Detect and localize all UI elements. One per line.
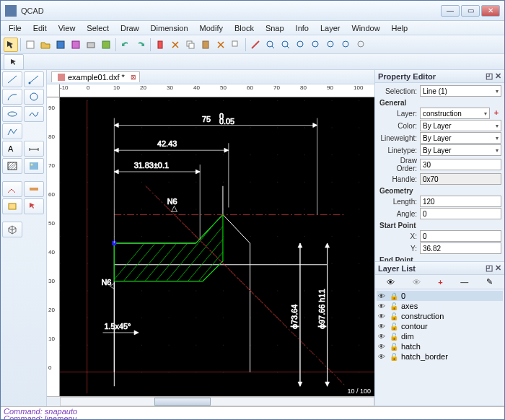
lock-icon[interactable]: 🔓 (390, 302, 398, 310)
menu-view[interactable]: View (53, 22, 81, 34)
polyline-tool[interactable] (2, 123, 22, 139)
menu-layer[interactable]: Layer (315, 22, 346, 34)
layer-row[interactable]: 👁🔓hatch_border (377, 351, 503, 362)
circle-tool[interactable] (24, 89, 44, 105)
ellipse-tool[interactable] (2, 106, 22, 122)
print-button[interactable] (84, 38, 98, 52)
modify-tool[interactable] (2, 181, 22, 197)
line-tool[interactable] (2, 71, 22, 87)
menu-window[interactable]: Window (346, 22, 385, 34)
menu-edit[interactable]: Edit (28, 22, 52, 34)
eye-icon[interactable]: 👁 (378, 292, 387, 300)
menu-dimension[interactable]: Dimension (146, 22, 193, 34)
image-tool[interactable] (24, 158, 44, 174)
undock-icon[interactable]: ◰ (486, 263, 493, 273)
3d-tool[interactable] (2, 222, 22, 237)
pan-button[interactable] (354, 38, 369, 52)
layer-combo[interactable]: construction (420, 108, 490, 119)
open-button[interactable] (38, 38, 53, 52)
lock-icon[interactable]: 🔒 (390, 292, 398, 300)
cut-ref-button[interactable] (214, 38, 228, 52)
show-all-icon[interactable]: 👁 (387, 278, 395, 286)
delete-button[interactable] (153, 38, 167, 52)
spline-tool[interactable] (24, 106, 44, 122)
start-y-field[interactable]: 36.82 (420, 242, 501, 254)
add-layer-button[interactable]: + (438, 278, 442, 286)
close-button[interactable]: ✕ (481, 5, 500, 17)
add-layer-icon[interactable]: + (491, 108, 501, 118)
angle-field[interactable]: 0 (420, 208, 501, 219)
eye-icon[interactable]: 👁 (378, 333, 387, 341)
menu-modify[interactable]: Modify (195, 22, 228, 34)
doc-tab[interactable]: example01.dxf * ⊠ (51, 71, 140, 82)
pointer-tool[interactable] (4, 38, 18, 52)
text-tool[interactable]: A (2, 141, 22, 157)
start-x-field[interactable]: 0 (420, 230, 501, 242)
eye-icon[interactable]: 👁 (378, 302, 387, 310)
undock-icon[interactable]: ◰ (486, 71, 493, 81)
remove-layer-button[interactable]: — (460, 278, 468, 286)
lineweight-combo[interactable]: By Layer (420, 132, 501, 144)
layer-list-header[interactable]: Layer List ◰✕ (375, 262, 504, 275)
menu-block[interactable]: Block (229, 22, 259, 34)
save-button[interactable] (53, 38, 68, 52)
dimension-tool[interactable] (24, 141, 44, 157)
lock-icon[interactable]: 🔓 (390, 343, 398, 351)
selection-combo[interactable]: Line (1) (420, 85, 501, 97)
cut-button[interactable] (168, 38, 183, 52)
preview-button[interactable] (99, 38, 113, 52)
new-button[interactable] (23, 38, 38, 52)
lock-icon[interactable]: 🔓 (390, 323, 398, 331)
zoom-auto-button[interactable] (294, 38, 308, 52)
eye-icon[interactable]: 👁 (378, 353, 387, 361)
copy-button[interactable] (183, 38, 198, 52)
property-editor-header[interactable]: Property Editor ◰✕ (375, 70, 504, 83)
redo-button[interactable] (133, 38, 148, 52)
color-combo[interactable]: By Layer (420, 120, 501, 131)
close-panel-icon[interactable]: ✕ (495, 71, 501, 81)
menu-help[interactable]: Help (387, 22, 413, 34)
minimize-button[interactable]: — (441, 5, 460, 17)
menu-info[interactable]: Info (291, 22, 314, 34)
edit-layer-button[interactable]: ✎ (486, 277, 493, 286)
copy-ref-button[interactable] (229, 38, 243, 52)
layer-row[interactable]: 👁🔓axes (377, 301, 503, 311)
scrollbar-h[interactable] (47, 396, 374, 406)
lock-icon[interactable]: 🔓 (390, 353, 398, 361)
measure-tool[interactable] (24, 181, 44, 197)
menu-snap[interactable]: Snap (260, 22, 289, 34)
paste-button[interactable] (198, 38, 213, 52)
undo-button[interactable] (118, 38, 133, 52)
draworder-field[interactable]: 30 (420, 159, 501, 170)
linetype-combo[interactable]: By Layer (420, 144, 501, 156)
eye-icon[interactable]: 👁 (378, 323, 387, 331)
layer-row[interactable]: 👁🔓contour (377, 321, 503, 331)
pointer-subtool[interactable] (4, 54, 24, 70)
layer-row[interactable]: 👁🔓dim (377, 331, 503, 341)
layer-row[interactable]: 👁🔓construction (377, 311, 503, 321)
zoom-prev-button[interactable] (324, 38, 338, 52)
zoom-out-button[interactable] (278, 38, 293, 52)
zoom-sel-button[interactable] (309, 38, 323, 52)
menu-draw[interactable]: Draw (115, 22, 144, 34)
arc-tool[interactable] (2, 89, 22, 105)
length-field[interactable]: 120 (420, 196, 501, 207)
save-as-button[interactable] (69, 38, 83, 52)
block-tool[interactable] (2, 198, 22, 214)
eye-icon[interactable]: 👁 (378, 343, 387, 351)
eye-icon[interactable]: 👁 (378, 312, 387, 320)
select-tool[interactable] (24, 198, 44, 214)
lock-icon[interactable]: 🔓 (390, 333, 398, 341)
menu-select[interactable]: Select (82, 22, 114, 34)
menu-file[interactable]: File (4, 22, 27, 34)
maximize-button[interactable]: ▭ (461, 5, 480, 17)
zoom-window-button[interactable] (339, 38, 354, 52)
tab-close-icon[interactable]: ⊠ (131, 74, 136, 81)
drawing-canvas[interactable]: 75 00.05 42.43 31.83±0.1 N6 N6 (60, 97, 374, 396)
line2-tool[interactable] (24, 71, 44, 87)
draft-mode-button[interactable] (248, 38, 263, 52)
layer-row[interactable]: 👁🔒0 (377, 291, 503, 301)
layer-row[interactable]: 👁🔓hatch (377, 341, 503, 351)
hatch-tool[interactable] (2, 158, 22, 174)
close-panel-icon[interactable]: ✕ (495, 263, 501, 273)
